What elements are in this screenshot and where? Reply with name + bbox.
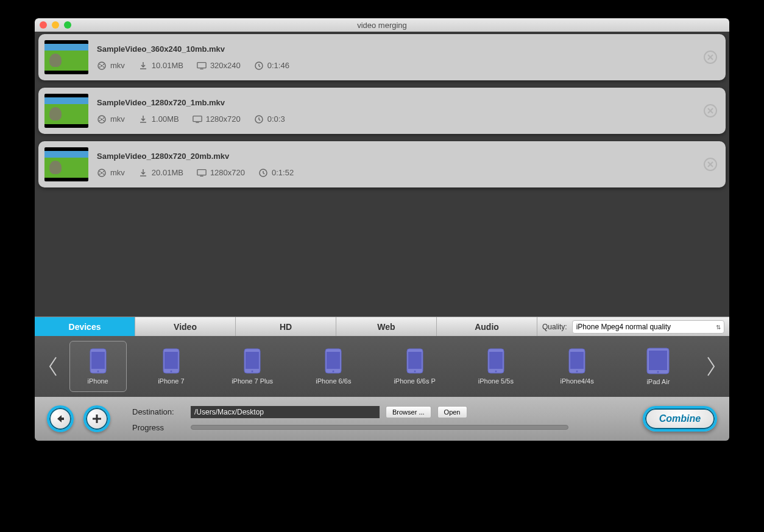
device-item[interactable]: iPhone 7 [135, 341, 208, 392]
device-prev-button[interactable] [41, 348, 65, 385]
device-label: iPhone [87, 377, 108, 385]
svg-rect-49 [489, 352, 503, 369]
phone-icon [487, 348, 504, 374]
progress-bar [191, 425, 568, 430]
video-item[interactable]: SampleVideo_1280x720_1mb.mkv mkv 1.00MB … [38, 88, 726, 134]
video-item[interactable]: SampleVideo_1280x720_20mb.mkv mkv 20.01M… [38, 141, 726, 187]
svg-point-1 [101, 65, 103, 66]
browser-button[interactable]: Browser ... [386, 406, 431, 418]
phone-icon [90, 348, 107, 374]
svg-point-25 [103, 171, 104, 172]
svg-point-23 [101, 172, 103, 173]
svg-point-2 [99, 64, 101, 65]
phone-icon [325, 348, 342, 374]
svg-rect-6 [197, 62, 206, 68]
video-duration: 0:1:46 [267, 61, 289, 70]
svg-point-38 [170, 371, 172, 373]
device-next-button[interactable] [699, 348, 723, 385]
video-resolution: 1280x720 [210, 168, 245, 177]
svg-rect-58 [93, 418, 101, 420]
svg-point-27 [103, 173, 104, 175]
download-icon [138, 61, 148, 71]
destination-input[interactable] [191, 406, 380, 418]
svg-point-15 [99, 120, 101, 121]
svg-point-50 [495, 371, 497, 373]
format-tab-bar: DevicesVideoHDWebAudio Quality: iPhone M… [35, 317, 729, 336]
video-duration: 0:1:52 [272, 168, 294, 177]
device-item[interactable]: iPhone 7 Plus [216, 341, 289, 392]
format-tab-hd[interactable]: HD [236, 317, 336, 336]
video-thumbnail [44, 40, 88, 74]
video-info: SampleVideo_1280x720_20mb.mkv mkv 20.01M… [97, 152, 716, 178]
traffic-lights [40, 21, 71, 29]
phone-icon [244, 348, 261, 374]
svg-rect-37 [164, 352, 178, 369]
film-icon [97, 114, 107, 124]
device-label: iPad Air [646, 378, 670, 385]
add-button[interactable] [83, 405, 110, 432]
device-item[interactable]: iPhone 5/5s [459, 341, 532, 392]
svg-point-16 [103, 120, 104, 121]
svg-rect-43 [327, 352, 340, 369]
download-icon [138, 114, 148, 124]
device-label: iPhone 6/6s [316, 377, 351, 385]
titlebar: video merging [35, 18, 729, 32]
device-item[interactable]: iPhone [69, 341, 127, 392]
video-thumbnail [44, 147, 88, 181]
open-button[interactable]: Open [437, 406, 467, 418]
device-label: iPhone 5/5s [478, 377, 514, 385]
video-duration: 0:0:3 [267, 114, 285, 124]
empty-drop-area [35, 195, 729, 317]
svg-rect-40 [246, 352, 259, 369]
svg-rect-55 [649, 351, 667, 370]
video-info: SampleVideo_1280x720_1mb.mkv mkv 1.00MB … [97, 98, 716, 124]
monitor-icon [197, 61, 207, 71]
video-resolution: 320x240 [210, 61, 241, 70]
device-item[interactable]: iPhone 6/6s P [378, 341, 451, 392]
video-item[interactable]: SampleVideo_360x240_10mb.mkv mkv 10.01MB… [38, 34, 726, 80]
window-minimize-button[interactable] [52, 21, 59, 29]
svg-point-44 [333, 371, 334, 373]
device-item[interactable]: iPhone4/4s [540, 341, 614, 392]
svg-point-56 [657, 371, 659, 373]
quality-label: Quality: [542, 323, 567, 331]
window-close-button[interactable] [40, 21, 47, 29]
format-tab-web[interactable]: Web [336, 317, 437, 336]
video-filename: SampleVideo_1280x720_20mb.mkv [97, 152, 716, 161]
video-format: mkv [110, 114, 125, 124]
remove-video-button[interactable] [704, 104, 717, 117]
video-resolution: 1280x720 [206, 114, 241, 124]
svg-point-13 [99, 117, 101, 119]
quality-select[interactable]: iPhone Mpeg4 normal quality [572, 320, 724, 334]
svg-point-35 [97, 371, 99, 373]
monitor-icon [193, 114, 202, 124]
video-format: mkv [110, 168, 125, 177]
svg-rect-28 [197, 169, 206, 175]
svg-rect-52 [570, 352, 584, 369]
video-filename: SampleVideo_1280x720_1mb.mkv [97, 98, 716, 107]
svg-point-4 [99, 66, 101, 68]
svg-point-12 [101, 118, 103, 120]
svg-point-41 [252, 371, 253, 373]
back-button[interactable] [47, 405, 74, 432]
format-tab-video[interactable]: Video [135, 317, 236, 336]
film-icon [97, 61, 107, 71]
svg-point-14 [103, 117, 104, 119]
phone-icon [406, 348, 423, 374]
remove-video-button[interactable] [704, 51, 717, 64]
destination-label: Destination: [132, 407, 185, 416]
clock-icon [258, 168, 268, 178]
bottom-bar: Destination: Browser ... Open Progress C… [35, 397, 729, 441]
format-tab-audio[interactable]: Audio [437, 317, 537, 336]
format-tab-devices[interactable]: Devices [35, 317, 135, 336]
svg-point-24 [99, 171, 101, 172]
remove-video-button[interactable] [704, 158, 717, 171]
combine-button[interactable]: Combine [643, 406, 717, 432]
device-item[interactable]: iPad Air [621, 341, 695, 392]
video-size: 10.01MB [152, 61, 183, 70]
svg-point-3 [103, 64, 104, 65]
device-item[interactable]: iPhone 6/6s [297, 341, 370, 392]
video-list: SampleVideo_360x240_10mb.mkv mkv 10.01MB… [35, 32, 729, 187]
window-zoom-button[interactable] [64, 21, 71, 29]
device-strip: iPhone iPhone 7 iPhone 7 Plus [35, 336, 729, 397]
